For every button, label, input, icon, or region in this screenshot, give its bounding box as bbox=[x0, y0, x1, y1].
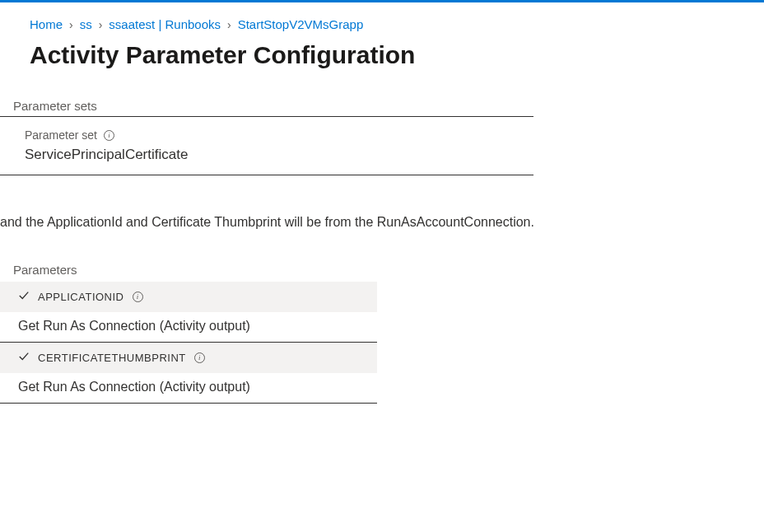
parameters-section-label: Parameters bbox=[0, 258, 377, 282]
parameter-set-label: Parameter set bbox=[25, 128, 97, 142]
breadcrumb-link-home[interactable]: Home bbox=[30, 17, 63, 31]
parameter-name-label: CERTIFICATETHUMBPRINT bbox=[38, 352, 186, 364]
parameter-set-field: Parameter set i ServicePrincipalCertific… bbox=[0, 117, 533, 175]
parameter-sets-section-label: Parameter sets bbox=[0, 92, 533, 117]
info-icon[interactable]: i bbox=[104, 130, 114, 141]
parameter-item-certificatethumbprint: CERTIFICATETHUMBPRINT i Get Run As Conne… bbox=[0, 343, 377, 404]
info-icon[interactable]: i bbox=[133, 292, 143, 302]
breadcrumb-link-ss[interactable]: ss bbox=[80, 17, 92, 31]
checkmark-icon bbox=[18, 351, 30, 365]
checkmark-icon bbox=[18, 290, 30, 304]
breadcrumb-current[interactable]: StartStopV2VMsGrapp bbox=[238, 17, 364, 31]
chevron-right-icon: › bbox=[99, 18, 103, 31]
description-text: and the ApplicationId and Certificate Th… bbox=[0, 175, 764, 258]
chevron-right-icon: › bbox=[69, 18, 73, 31]
breadcrumb: Home › ss › ssaatest | Runbooks › StartS… bbox=[0, 2, 764, 35]
parameter-header-certificatethumbprint[interactable]: CERTIFICATETHUMBPRINT i bbox=[0, 343, 377, 373]
page-title: Activity Parameter Configuration bbox=[0, 35, 764, 92]
parameter-value-applicationid[interactable]: Get Run As Connection (Activity output) bbox=[0, 312, 377, 342]
parameter-item-applicationid: APPLICATIONID i Get Run As Connection (A… bbox=[0, 282, 377, 343]
parameter-name-label: APPLICATIONID bbox=[38, 291, 124, 303]
parameter-set-value[interactable]: ServicePrincipalCertificate bbox=[25, 147, 533, 168]
chevron-right-icon: › bbox=[227, 18, 231, 31]
info-icon[interactable]: i bbox=[194, 352, 205, 363]
parameter-value-certificatethumbprint[interactable]: Get Run As Connection (Activity output) bbox=[0, 373, 377, 403]
breadcrumb-link-ssaatest-runbooks[interactable]: ssaatest | Runbooks bbox=[109, 17, 221, 31]
parameter-header-applicationid[interactable]: APPLICATIONID i bbox=[0, 282, 377, 312]
